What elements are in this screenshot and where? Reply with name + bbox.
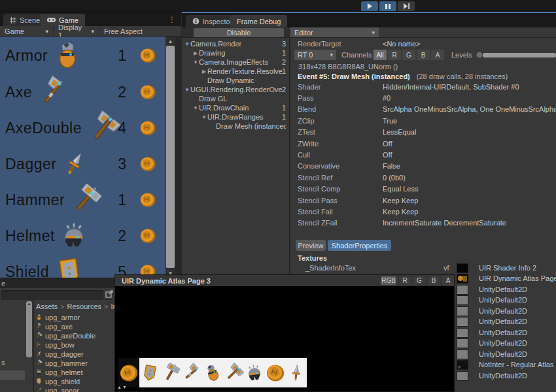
- search-input[interactable]: [1, 290, 103, 299]
- panel-edge: [175, 37, 182, 278]
- game-dropdown[interactable]: Game ▾: [0, 26, 54, 36]
- texture-row[interactable]: _ShaderInfoTex vf UIR Shader Info 2: [290, 263, 556, 273]
- project-scrollbar[interactable]: ▲: [26, 300, 33, 392]
- tree-row-label: UIR.DrawChain: [199, 104, 282, 112]
- target-dropdown[interactable]: Editor ▾: [290, 27, 379, 37]
- kebab-menu-icon[interactable]: ⋮: [168, 15, 176, 24]
- file-item[interactable]: upg_axe: [35, 322, 73, 331]
- step-button[interactable]: [398, 1, 415, 11]
- partial-tab-label[interactable]: e: [1, 280, 5, 287]
- shader-state-table: Shader Hidden/Internal-UIRDefault, SubSh…: [298, 81, 556, 229]
- foldout-open-icon[interactable]: ▼: [192, 59, 199, 65]
- foldout-open-icon[interactable]: ▼: [201, 114, 207, 120]
- tree-row[interactable]: Draw Mesh (instanced): [182, 122, 289, 131]
- channel-a-button[interactable]: A: [431, 50, 445, 60]
- file-item[interactable]: upg_shield: [35, 377, 80, 385]
- channel-b-button[interactable]: B: [417, 50, 430, 60]
- open-in-window-icon[interactable]: [105, 290, 113, 298]
- inventory-row[interactable]: Armor 1: [0, 38, 165, 73]
- foldout-open-icon[interactable]: ▼: [192, 105, 199, 111]
- levels-slider-knob[interactable]: [476, 52, 483, 58]
- tab-frame-debug[interactable]: Frame Debug: [230, 15, 287, 27]
- channel-r-button[interactable]: R: [388, 50, 402, 60]
- texture-swatch[interactable]: [457, 328, 468, 338]
- texture-swatch[interactable]: [457, 285, 468, 295]
- foldout-closed-icon[interactable]: ▶: [201, 69, 207, 74]
- tree-row[interactable]: ▼ Camera.Render 3: [182, 39, 289, 48]
- channel-r-button[interactable]: R: [399, 276, 411, 285]
- selected-folder-highlight[interactable]: [0, 370, 25, 380]
- file-item[interactable]: upg_dagger: [35, 350, 84, 358]
- file-item[interactable]: upg_spear: [35, 386, 79, 392]
- resize-arrows-icon[interactable]: ▲▼: [117, 385, 128, 389]
- texture-swatch[interactable]: [457, 350, 468, 359]
- tree-row[interactable]: Draw Dynamic: [182, 76, 289, 85]
- tree-row[interactable]: ▼ UIR.DrawRanges 1: [182, 112, 289, 122]
- property-row: Stencil Comp Equal Less: [298, 184, 556, 195]
- texture-swatch[interactable]: [457, 306, 468, 316]
- inventory-row[interactable]: Dagger 3: [0, 146, 165, 182]
- folder-label-partial[interactable]: s: [1, 359, 5, 367]
- inventory-row[interactable]: Hammer 1: [0, 182, 165, 218]
- tree-row[interactable]: ▼ Camera.ImageEffects 2: [182, 57, 289, 67]
- foldout-open-icon[interactable]: ▼: [184, 87, 190, 93]
- inventory-row[interactable]: AxeDouble 4: [0, 110, 165, 146]
- property-row: Shader Hidden/Internal-UIRDefault, SubSh…: [298, 81, 556, 92]
- texture-swatch[interactable]: [457, 338, 468, 348]
- disable-button[interactable]: Disable: [194, 28, 284, 37]
- inventory-row[interactable]: Helmet 2: [0, 218, 165, 253]
- file-item[interactable]: upg_hammer: [35, 359, 88, 367]
- preview-button[interactable]: Preview: [296, 240, 326, 251]
- shader-properties-button[interactable]: ShaderProperties: [328, 240, 391, 251]
- tree-row-count: 1: [282, 113, 289, 121]
- channel-g-button[interactable]: G: [402, 50, 416, 60]
- tree-row[interactable]: ▶ RenderTexture.ResolveA 1: [182, 67, 289, 76]
- tree-row[interactable]: Draw GL: [182, 94, 289, 103]
- tree-row[interactable]: ▼ UIR.DrawChain 1: [182, 103, 289, 112]
- texture-swatch[interactable]: [457, 360, 468, 370]
- texture-name: UnityDefault2D: [479, 329, 527, 336]
- tree-row[interactable]: ▶ Drawing 1: [182, 48, 289, 57]
- aspect-dropdown[interactable]: Free Aspect: [99, 26, 147, 36]
- pause-button[interactable]: [379, 1, 396, 11]
- frame-debug-header-left: Disable: [182, 27, 290, 38]
- atlas-preview-window[interactable]: UIR Dynamic Atlas Page 3 RGB R G B A: [114, 274, 455, 392]
- file-item[interactable]: upg_bow: [35, 340, 75, 349]
- foldout-open-icon[interactable]: ▼: [184, 41, 190, 47]
- channel-b-button[interactable]: B: [428, 276, 440, 285]
- file-item[interactable]: upg_helmet: [35, 368, 83, 376]
- tree-row[interactable]: ▼ UGUI.Rendering.RenderOverla 2: [182, 85, 289, 94]
- levels-label: Levels: [451, 51, 472, 59]
- breadcrumb-separator: >: [104, 302, 108, 310]
- scrollbar-thumb[interactable]: ▲: [26, 301, 32, 357]
- file-item[interactable]: upg_armor: [35, 313, 80, 321]
- breadcrumb-item[interactable]: Assets: [36, 302, 58, 310]
- channel-a-button[interactable]: A: [442, 276, 454, 285]
- texture-name: UIR Shader Info 2: [479, 264, 536, 272]
- texture-swatch[interactable]: [457, 295, 468, 305]
- channel-g-button[interactable]: G: [413, 276, 425, 285]
- scrollbar-thumb[interactable]: [166, 46, 175, 268]
- dagger-icon: [35, 350, 43, 357]
- texture-swatch[interactable]: [457, 274, 468, 284]
- texture-swatch[interactable]: [457, 371, 468, 381]
- property-row: Stencil ZFail IncrementSaturate Decremen…: [298, 218, 556, 229]
- tree-row-label: Draw Dynamic: [207, 76, 286, 84]
- channel-all-button[interactable]: All: [374, 50, 387, 60]
- play-button[interactable]: [361, 1, 378, 11]
- breadcrumb-item[interactable]: Resources: [67, 302, 101, 310]
- texture-swatch[interactable]: [457, 317, 468, 327]
- texture-swatch[interactable]: [457, 263, 468, 273]
- texture-flags: vf: [443, 264, 449, 272]
- scroll-up-icon[interactable]: ▲: [165, 37, 175, 46]
- channel-rgb-button[interactable]: RGB: [381, 276, 396, 285]
- file-name: upg_armor: [45, 314, 80, 321]
- game-view-scrollbar[interactable]: ▲ ▼: [165, 37, 175, 278]
- scroll-up-icon[interactable]: ▲: [27, 301, 31, 357]
- file-item[interactable]: upg_axeDouble: [35, 331, 96, 340]
- rt-dropdown[interactable]: RT 0 ▾: [294, 50, 336, 60]
- levels-slider[interactable]: [483, 53, 556, 57]
- foldout-closed-icon[interactable]: ▶: [192, 50, 199, 56]
- display-dropdown[interactable]: Display 1 ▾: [54, 26, 99, 36]
- inventory-row[interactable]: Axe 2: [0, 74, 165, 110]
